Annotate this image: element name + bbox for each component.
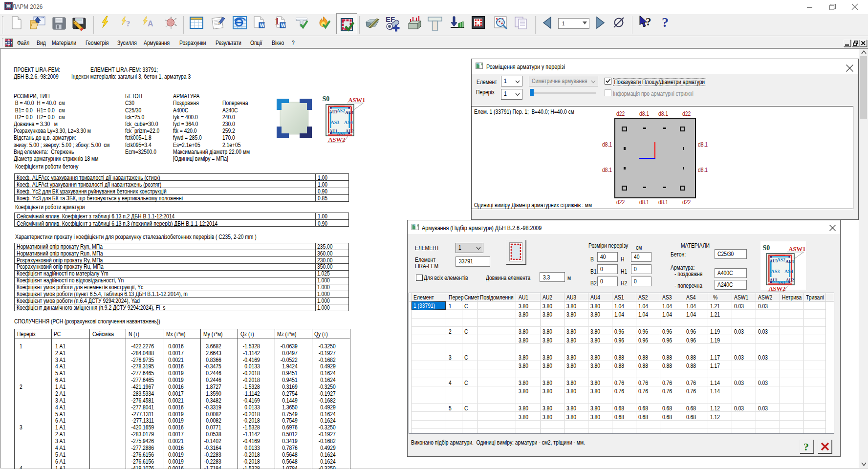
svg-text:AS4: AS4 bbox=[784, 269, 793, 274]
svg-text:?: ? bbox=[662, 15, 669, 30]
svg-text:AS2: AS2 bbox=[777, 257, 785, 262]
svg-text:ASW1: ASW1 bbox=[789, 246, 806, 253]
svg-text:ASW1: ASW1 bbox=[348, 97, 366, 104]
svg-text:A: A bbox=[148, 20, 153, 28]
svg-text:AS3: AS3 bbox=[331, 120, 340, 125]
svg-text:AU4: AU4 bbox=[346, 110, 354, 115]
svg-text:AU1: AU1 bbox=[329, 128, 338, 133]
svg-text:S0: S0 bbox=[323, 95, 330, 103]
svg-text:?: ? bbox=[646, 16, 651, 28]
svg-text:ASW2: ASW2 bbox=[328, 136, 346, 143]
svg-text:AU4: AU4 bbox=[786, 259, 794, 264]
svg-text:ASW2: ASW2 bbox=[769, 285, 786, 292]
svg-text:W: W bbox=[281, 23, 286, 28]
svg-text:1: 1 bbox=[275, 16, 280, 26]
svg-text:AS4: AS4 bbox=[344, 120, 353, 125]
svg-text:AU3: AU3 bbox=[329, 109, 338, 114]
svg-text:AU1: AU1 bbox=[770, 277, 778, 282]
svg-text:AU2: AU2 bbox=[786, 277, 794, 282]
svg-text:?: ? bbox=[126, 19, 130, 28]
svg-text:W: W bbox=[260, 23, 265, 28]
svg-text:AU2: AU2 bbox=[346, 128, 354, 133]
svg-text:?: ? bbox=[803, 441, 809, 453]
svg-text:S0: S0 bbox=[763, 244, 770, 252]
svg-text:AS3: AS3 bbox=[771, 269, 780, 274]
svg-text:AU3: AU3 bbox=[770, 258, 778, 263]
svg-text:AS2: AS2 bbox=[337, 108, 345, 113]
svg-text:AS1: AS1 bbox=[337, 131, 345, 136]
svg-text:AS1: AS1 bbox=[777, 280, 785, 285]
